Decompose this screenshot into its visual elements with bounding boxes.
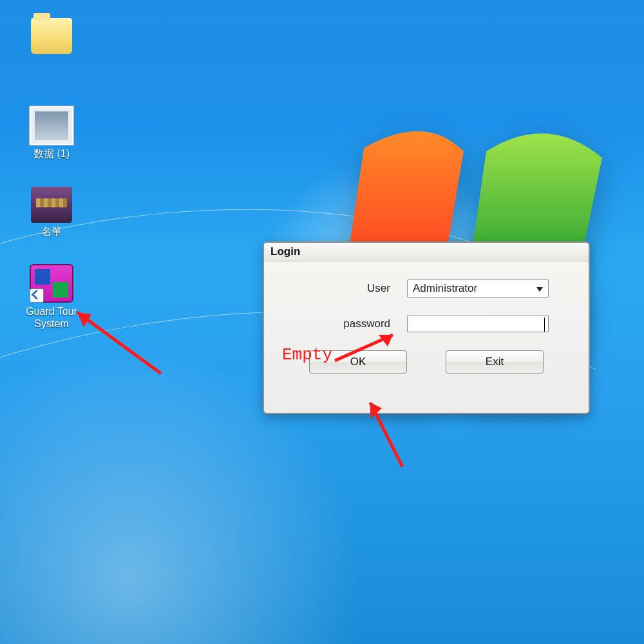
- desktop-icon-archive[interactable]: 名單: [13, 187, 90, 238]
- password-row: password: [281, 316, 572, 332]
- desktop-icon-label: 名單: [13, 225, 90, 238]
- user-row: User Administrator: [281, 279, 572, 298]
- user-label: User: [281, 282, 407, 295]
- desktop-icon-data[interactable]: 数据 (1): [13, 106, 90, 160]
- desktop-icon-label: 数据 (1): [13, 147, 90, 160]
- password-label: password: [281, 317, 407, 330]
- user-dropdown[interactable]: Administrator: [407, 279, 549, 298]
- text-caret: [544, 317, 545, 332]
- desktop: 数据 (1) 名單 Guard Tour System Login User A…: [0, 0, 644, 644]
- archive-icon: [31, 187, 72, 223]
- user-dropdown-value: Administrator: [413, 282, 477, 295]
- desktop-icon-label: Guard Tour System: [13, 305, 90, 330]
- exit-button[interactable]: Exit: [446, 350, 544, 374]
- shortcut-thumbnail-icon: [30, 106, 73, 145]
- dialog-title: Login: [264, 243, 589, 261]
- login-dialog: Login User Administrator password OK Exi…: [263, 242, 590, 414]
- guard-tour-app-icon: [30, 264, 73, 303]
- password-field[interactable]: [407, 316, 549, 332]
- folder-icon: [31, 18, 72, 54]
- shortcut-arrow-icon: [30, 289, 44, 303]
- desktop-icon-folder[interactable]: [13, 18, 90, 57]
- desktop-icon-guard-tour-system[interactable]: Guard Tour System: [13, 264, 90, 330]
- annotation-empty-label: Empty: [282, 345, 332, 365]
